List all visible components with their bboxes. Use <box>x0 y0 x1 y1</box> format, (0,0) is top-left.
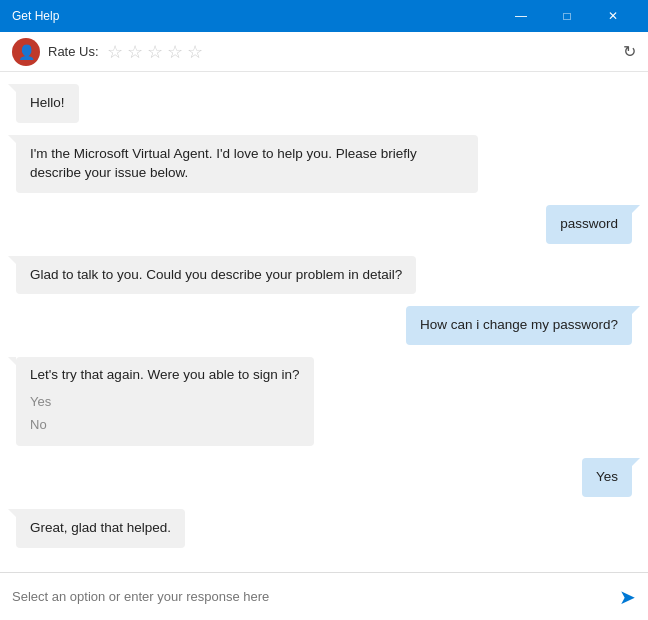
star-4[interactable]: ☆ <box>167 41 183 63</box>
user-bubble: Yes <box>582 458 632 497</box>
star-2[interactable]: ☆ <box>127 41 143 63</box>
option-yes[interactable]: Yes <box>30 390 300 413</box>
message-7: Yes <box>16 458 632 497</box>
send-button[interactable]: ➤ <box>619 585 636 609</box>
window-controls: — □ ✕ <box>498 0 636 32</box>
message-5: How can i change my password? <box>16 306 632 345</box>
star-1[interactable]: ☆ <box>107 41 123 63</box>
message-2: I'm the Microsoft Virtual Agent. I'd lov… <box>16 135 632 193</box>
close-button[interactable]: ✕ <box>590 0 636 32</box>
bot-question: Let's try that again. Were you able to s… <box>30 367 300 382</box>
avatar: 👤 <box>12 38 40 66</box>
star-rating[interactable]: ☆ ☆ ☆ ☆ ☆ <box>107 41 203 63</box>
chat-input[interactable] <box>12 589 611 604</box>
chat-container: Hello! I'm the Microsoft Virtual Agent. … <box>0 72 648 572</box>
bot-bubble: Hello! <box>16 84 79 123</box>
user-bubble: password <box>546 205 632 244</box>
message-8: Great, glad that helped. <box>16 509 632 548</box>
minimize-button[interactable]: — <box>498 0 544 32</box>
star-3[interactable]: ☆ <box>147 41 163 63</box>
option-no[interactable]: No <box>30 413 300 436</box>
refresh-icon[interactable]: ↻ <box>623 42 636 61</box>
message-1: Hello! <box>16 84 632 123</box>
message-6: Let's try that again. Were you able to s… <box>16 357 632 446</box>
bot-bubble: Great, glad that helped. <box>16 509 185 548</box>
rate-bar: 👤 Rate Us: ☆ ☆ ☆ ☆ ☆ ↻ <box>0 32 648 72</box>
user-bubble: How can i change my password? <box>406 306 632 345</box>
app-title: Get Help <box>12 9 498 23</box>
title-bar: Get Help — □ ✕ <box>0 0 648 32</box>
star-5[interactable]: ☆ <box>187 41 203 63</box>
message-3: password <box>16 205 632 244</box>
input-bar: ➤ <box>0 572 648 620</box>
bot-bubble: Glad to talk to you. Could you describe … <box>16 256 416 295</box>
maximize-button[interactable]: □ <box>544 0 590 32</box>
options-block: Let's try that again. Were you able to s… <box>16 357 314 446</box>
bot-bubble: I'm the Microsoft Virtual Agent. I'd lov… <box>16 135 478 193</box>
rate-label: Rate Us: <box>48 44 99 59</box>
message-4: Glad to talk to you. Could you describe … <box>16 256 632 295</box>
